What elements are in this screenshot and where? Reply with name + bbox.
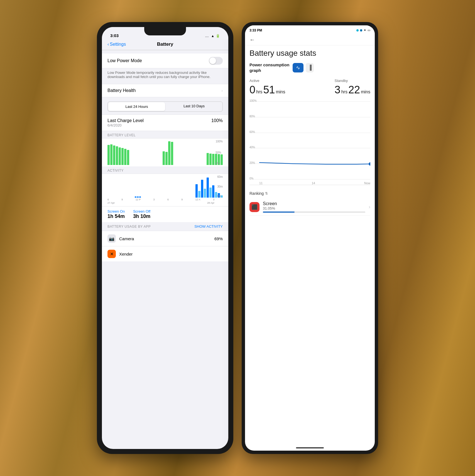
screen-app-name: Screen (263, 201, 365, 206)
battery-health-chevron-icon: › (221, 88, 223, 93)
x-label: 6 (107, 198, 109, 201)
x-label: 6 (167, 198, 169, 201)
y-label-60: 60% (249, 130, 255, 133)
screen-on-item: Screen On 1h 54m (107, 209, 125, 219)
active-hrs-label: hrs (256, 89, 262, 94)
x-label: 12 A (195, 198, 200, 201)
android-screen: 3:33 PM ✦ ▭ ← Battery usage stats Power … (245, 25, 375, 451)
low-power-description: Low Power Mode temporarily reduces backg… (102, 68, 228, 81)
x-label: 3 (153, 198, 155, 201)
low-power-toggle[interactable] (209, 57, 223, 65)
show-activity-button[interactable]: SHOW ACTIVITY (194, 224, 223, 229)
charge-level-info: Last Charge Level 6/4/2020 (107, 118, 144, 127)
act-bar (198, 191, 200, 198)
graph-toggle-buttons: ∿ ▐ (293, 63, 314, 72)
battery-bars (107, 140, 223, 165)
status-dot-blue (360, 29, 362, 31)
charge-level-percent: 100% (211, 118, 223, 123)
charge-level-date: 6/4/2020 (107, 123, 144, 127)
x-label: 9 (181, 198, 183, 201)
app-icon-camera: 📷 (107, 234, 116, 243)
standby-label: Standby (335, 79, 370, 83)
app-info-xender: ✕ Xender (107, 250, 133, 258)
ranking-sort-icon[interactable]: ⇅ (265, 191, 268, 195)
back-label: Settings (110, 42, 126, 47)
bar (165, 152, 168, 165)
iphone-nav-title: Battery (157, 42, 173, 47)
bar (116, 146, 118, 165)
time-range-tabs: Last 24 Hours Last 10 Days (107, 101, 223, 112)
x-label: 9 (121, 198, 123, 201)
act-bar (201, 180, 203, 198)
activity-header: ACTIVITY (102, 166, 228, 174)
tab-last-24-hours[interactable]: Last 24 Hours (108, 102, 165, 111)
battery-icon: ▭ (368, 28, 370, 32)
low-power-section: Low Power Mode Low Power Mode temporaril… (102, 54, 228, 81)
iphone-notch (144, 27, 186, 35)
wave-view-button[interactable]: ∿ (293, 63, 303, 72)
act-bar (204, 189, 206, 198)
android-nav: ← (245, 34, 375, 45)
active-label: Active (249, 79, 285, 83)
iphone-nav: ‹ Settings Battery (102, 39, 228, 50)
android-back-button[interactable]: ← (249, 37, 255, 43)
screen-time-row: Screen On 1h 54m Screen Off 3h 10m (102, 206, 228, 222)
act-bar (137, 196, 139, 198)
toggle-knob (209, 57, 216, 64)
android-page-title: Battery usage stats (249, 49, 370, 58)
battery-health-row[interactable]: Battery Health › (102, 84, 228, 97)
active-mins-label: mins (276, 89, 285, 94)
screen-app-percent: 31.05% (263, 206, 365, 210)
activity-chart: 60m 30m 0m 6 9 12 P 3 6 9 (102, 174, 228, 206)
power-consumption-section: Power consumptiongraph ∿ ▐ (249, 62, 370, 73)
battery-usage-title: BATTERY USAGE BY APP (107, 225, 151, 229)
ranking-label: Ranking (249, 191, 264, 196)
standby-mins: 22 (348, 84, 360, 96)
active-value: 0 hrs 51 mins (249, 84, 285, 96)
iphone-time: 3:03 (110, 33, 119, 38)
standby-hours: 3 (335, 84, 341, 95)
bar-icon: ▐ (308, 65, 312, 71)
act-y-0: 0m (217, 195, 223, 198)
back-button[interactable]: ‹ Settings (107, 42, 126, 47)
screen-icon-char: ⬛ (251, 204, 258, 210)
y-label-0: 0% (249, 177, 253, 180)
android-content: Battery usage stats Power consumptiongra… (245, 45, 375, 219)
signal-icon: .... (205, 34, 210, 38)
iphone-screen: 3:03 .... ▲ 🔋 ‹ Settings Battery (102, 27, 228, 449)
x-date: 27 Apr (107, 201, 115, 204)
iphone-status-icons: .... ▲ 🔋 (205, 34, 220, 38)
y-label-40: 40% (249, 146, 255, 149)
grid-line-0: 0% (249, 179, 370, 179)
activity-y-labels: 60m 30m 0m (217, 175, 223, 198)
bar (168, 141, 170, 165)
app-ranking-row-screen[interactable]: ⬛ Screen 31.05% › (249, 198, 370, 216)
end-dot (369, 162, 370, 166)
act-y-60: 60m (217, 175, 223, 178)
screen-off-label: Screen Off (133, 209, 150, 213)
standby-mins-label: mins (361, 89, 370, 94)
x-label-now: Now (364, 181, 370, 185)
power-graph-label: Power consumptiongraph (249, 62, 289, 73)
act-bar (212, 185, 214, 198)
act-bar (215, 192, 217, 198)
y-label-20: 20% (249, 161, 255, 164)
bar-view-button[interactable]: ▐ (306, 63, 314, 72)
bar (119, 147, 121, 165)
tab-last-10-days[interactable]: Last 10 Days (166, 102, 222, 111)
screen-app-bar-fill (263, 212, 295, 213)
bar (207, 153, 209, 165)
battery-icon: 🔋 (216, 34, 220, 38)
app-icon-xender: ✕ (107, 250, 116, 258)
app-percent-camera: 69% (214, 236, 223, 241)
line-chart-svg (259, 101, 370, 179)
usage-stats-row: Active 0 hrs 51 mins Standby 3 hrs (249, 79, 370, 96)
battery-level-section: BATTERY LEVEL (102, 131, 228, 166)
chevron-left-icon: ‹ (107, 42, 109, 47)
low-power-row: Low Power Mode (102, 54, 228, 68)
app-row-xender: ✕ Xender (102, 246, 228, 261)
android-status-icons: ✦ ▭ (356, 28, 370, 32)
screen-app-chevron-icon: › (369, 204, 370, 210)
wifi-icon: ▲ (211, 34, 214, 38)
x-label: 3 (213, 198, 214, 201)
